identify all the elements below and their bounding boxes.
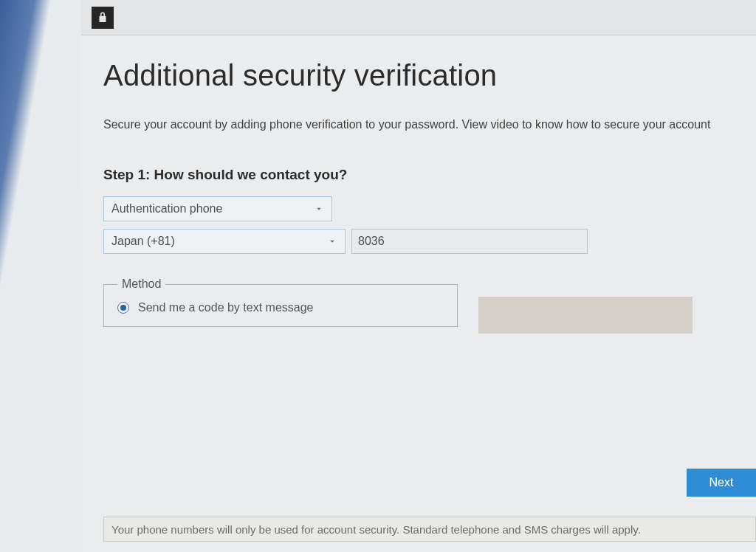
phone-number-input[interactable] (351, 229, 588, 254)
method-fieldset: Method Send me a code by text message (103, 277, 458, 327)
footer-note: Your phone numbers will only be used for… (103, 517, 756, 542)
chevron-down-icon (314, 204, 324, 214)
country-code-select[interactable]: Japan (+81) (103, 229, 346, 254)
radio-icon (117, 302, 129, 314)
phone-row: Japan (+81) (103, 229, 756, 254)
lock-icon (92, 7, 114, 29)
top-bar (81, 0, 756, 35)
chevron-down-icon (327, 236, 337, 246)
method-legend: Method (117, 277, 165, 291)
page-subtitle: Secure your account by adding phone veri… (103, 116, 756, 133)
method-option-sms[interactable]: Send me a code by text message (117, 301, 444, 314)
country-code-value: Japan (+81) (111, 235, 175, 248)
next-button[interactable]: Next (687, 469, 756, 497)
content-area: Additional security verification Secure … (81, 35, 756, 327)
redacted-block (478, 297, 693, 334)
contact-method-row: Authentication phone (103, 196, 756, 221)
step-heading: Step 1: How should we contact you? (103, 167, 756, 183)
contact-method-value: Authentication phone (111, 202, 222, 215)
method-option-sms-label: Send me a code by text message (138, 301, 313, 314)
page-container: Additional security verification Secure … (81, 0, 756, 552)
contact-method-select[interactable]: Authentication phone (103, 196, 332, 221)
page-title: Additional security verification (103, 59, 756, 92)
